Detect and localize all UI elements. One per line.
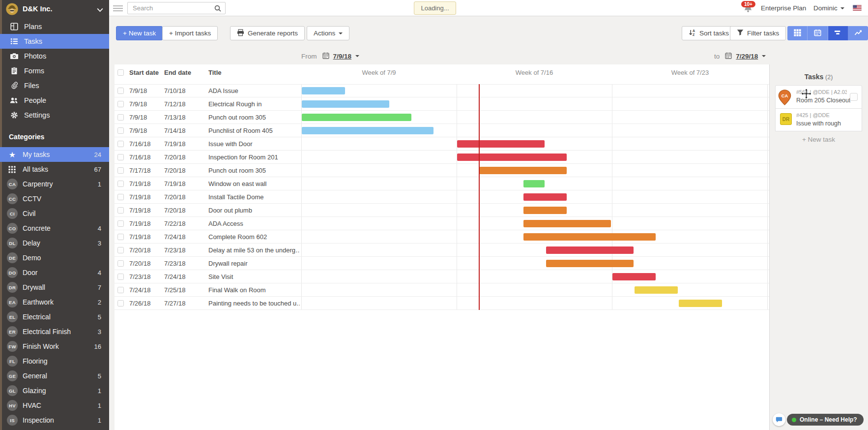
gantt-bar[interactable] — [679, 300, 722, 307]
row-checkbox[interactable] — [117, 114, 124, 121]
column-header-start-date[interactable]: Start date — [129, 69, 159, 76]
sidebar-category-carpentry[interactable]: CACarpentry1 — [0, 177, 109, 191]
table-row[interactable]: 7/16/187/19/18Issue with Door — [115, 137, 769, 151]
gantt-bar[interactable] — [457, 154, 567, 161]
sidebar-item-people[interactable]: People — [0, 93, 109, 108]
table-row[interactable]: 7/16/187/20/18Inspection for Room 201 — [115, 151, 769, 164]
generate-reports-button[interactable]: Generate reports — [230, 26, 305, 40]
to-date-picker[interactable]: to 7/29/18 — [714, 51, 766, 61]
chat-bubble-icon[interactable] — [773, 413, 785, 426]
task-card[interactable]: CA#564 | @DDE | A2.03Room 205 Closeout — [775, 85, 862, 109]
row-checkbox[interactable] — [117, 207, 124, 214]
gantt-bar[interactable] — [523, 233, 655, 241]
table-row[interactable]: 7/19/187/22/18ADA Access — [115, 217, 769, 230]
row-checkbox[interactable] — [117, 194, 124, 200]
row-checkbox[interactable] — [117, 181, 124, 187]
sidebar-category-flooring[interactable]: FLFlooring — [0, 354, 109, 369]
from-date-picker[interactable]: From 7/9/18 — [301, 51, 359, 61]
table-row[interactable]: 7/9/187/14/18Punchlist of Room 405 — [115, 124, 769, 137]
sidebar-item-tasks[interactable]: Tasks — [0, 34, 109, 49]
row-checkbox[interactable] — [117, 234, 124, 240]
gantt-bar[interactable] — [635, 286, 678, 294]
sidebar-category-earthwork[interactable]: EAEarthwork2 — [0, 295, 109, 309]
hamburger-menu-icon[interactable] — [113, 5, 123, 13]
column-header-end-date[interactable]: End date — [164, 69, 191, 76]
table-row[interactable]: 7/23/187/24/18Site Visit — [115, 270, 769, 283]
gantt-bar[interactable] — [302, 127, 434, 134]
table-row[interactable]: 7/9/187/13/18Punch out room 305 — [115, 111, 769, 124]
task-card-checkbox[interactable] — [850, 93, 858, 101]
table-row[interactable]: 7/20/187/23/18Delay at mile 53 on the un… — [115, 244, 769, 257]
sidebar-category-electrical[interactable]: ELElectrical5 — [0, 309, 109, 324]
actions-button[interactable]: Actions — [307, 26, 349, 40]
gantt-bar[interactable] — [523, 193, 567, 201]
gantt-bar[interactable] — [523, 207, 567, 214]
gantt-bar[interactable] — [523, 220, 611, 227]
select-all-checkbox[interactable] — [117, 69, 124, 76]
row-checkbox[interactable] — [117, 154, 124, 160]
user-menu[interactable]: Dominic — [813, 0, 844, 16]
sidebar-item-forms[interactable]: Forms — [0, 63, 109, 78]
org-switcher[interactable]: D&K Inc. — [0, 0, 109, 18]
sidebar-category-cctv[interactable]: CCCCTV — [0, 191, 109, 206]
chat-status-pill[interactable]: Online – Need Help? — [787, 414, 864, 426]
gantt-bar[interactable] — [302, 87, 345, 94]
table-row[interactable]: 7/17/187/20/18Punch out room 305 — [115, 164, 769, 177]
help-chat-widget[interactable]: Online – Need Help? — [773, 413, 864, 426]
row-checkbox[interactable] — [117, 167, 124, 174]
view-toggle-calendar-view[interactable] — [808, 26, 828, 40]
row-checkbox[interactable] — [117, 127, 124, 134]
sidebar-category-drywall[interactable]: DRDrywall7 — [0, 280, 109, 295]
us-flag-icon[interactable] — [853, 5, 862, 12]
row-checkbox[interactable] — [117, 274, 124, 280]
search-icon[interactable] — [214, 5, 221, 13]
sidebar-category-concrete[interactable]: COConcrete4 — [0, 221, 109, 236]
row-checkbox[interactable] — [117, 101, 124, 107]
row-checkbox[interactable] — [117, 300, 124, 307]
row-checkbox[interactable] — [117, 88, 124, 94]
notification-count-badge[interactable]: 10+ — [741, 1, 755, 7]
sidebar-category-civil[interactable]: CICivil — [0, 206, 109, 221]
column-header-title[interactable]: Title — [208, 69, 222, 76]
gantt-bar[interactable] — [302, 100, 389, 108]
gantt-bar[interactable] — [302, 114, 411, 121]
gantt-bar[interactable] — [457, 140, 545, 148]
sidebar-category-door[interactable]: DODoor4 — [0, 265, 109, 280]
sidebar-category-hvac[interactable]: HVHVAC1 — [0, 398, 109, 413]
task-card[interactable]: DR#425 | @DDEIssue with rough — [775, 109, 862, 131]
row-checkbox[interactable] — [117, 141, 124, 147]
gantt-bar[interactable] — [479, 167, 567, 174]
view-toggle-chart-view[interactable] — [848, 26, 868, 40]
gantt-bar[interactable] — [612, 273, 656, 280]
sidebar-category-electrical-finish[interactable]: ERElectrical Finish3 — [0, 324, 109, 339]
filter-tasks-button[interactable]: Filter tasks — [730, 26, 786, 40]
new-task-button[interactable]: + New task — [116, 26, 163, 40]
table-row[interactable]: 7/19/187/20/18Door out plumb — [115, 204, 769, 217]
sidebar-category-all-tasks[interactable]: All tasks67 — [0, 162, 109, 177]
gantt-bar[interactable] — [523, 180, 545, 187]
table-row[interactable]: 7/19/187/19/18Window on east wall — [115, 177, 769, 190]
import-tasks-button[interactable]: + Import tasks — [162, 26, 218, 40]
sidebar-category-finish-work[interactable]: FWFinish Work16 — [0, 339, 109, 354]
gantt-bar[interactable] — [546, 246, 634, 254]
from-date-value[interactable]: 7/9/18 — [333, 53, 352, 60]
sidebar-item-photos[interactable]: Photos — [0, 49, 109, 63]
row-checkbox[interactable] — [117, 247, 124, 253]
sidebar-item-settings[interactable]: Settings — [0, 108, 109, 123]
to-date-value[interactable]: 7/29/18 — [736, 53, 758, 60]
sort-tasks-button[interactable]: AZ Sort tasks — [682, 26, 736, 40]
table-row[interactable]: 7/20/187/23/18Drywall repair — [115, 257, 769, 270]
sidebar-category-glazing[interactable]: GLGlazing1 — [0, 383, 109, 398]
sidebar-item-files[interactable]: Files — [0, 78, 109, 93]
view-toggle-grid-view[interactable] — [787, 26, 808, 40]
table-row[interactable]: 7/19/187/20/18Install Tactile Dome — [115, 190, 769, 204]
row-checkbox[interactable] — [117, 260, 124, 267]
sidebar-category-general[interactable]: GEGeneral5 — [0, 369, 109, 383]
gantt-bar[interactable] — [546, 260, 634, 267]
table-row[interactable]: 7/9/187/12/18Electrical Rough in — [115, 97, 769, 111]
panel-new-task-link[interactable]: + New task — [769, 136, 868, 143]
sidebar-category-delay[interactable]: DLDelay3 — [0, 236, 109, 250]
sidebar-category-my-tasks[interactable]: ★My tasks24 — [0, 147, 109, 162]
sidebar-item-plans[interactable]: Plans — [0, 19, 109, 34]
table-row[interactable]: 7/19/187/24/18Complete Room 602 — [115, 230, 769, 244]
